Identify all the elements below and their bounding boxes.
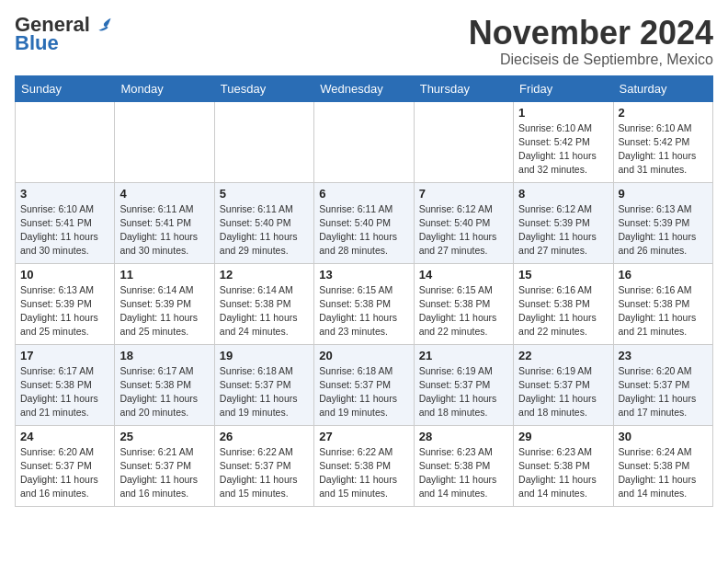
day-info: Sunrise: 6:18 AM Sunset: 5:37 PM Dayligh…	[319, 364, 408, 420]
day-of-week-header: Friday	[514, 75, 613, 101]
logo-bird-icon	[92, 15, 112, 35]
day-info: Sunrise: 6:12 AM Sunset: 5:40 PM Dayligh…	[419, 202, 508, 259]
day-info: Sunrise: 6:24 AM Sunset: 5:38 PM Dayligh…	[619, 445, 708, 501]
day-info: Sunrise: 6:22 AM Sunset: 5:37 PM Dayligh…	[220, 445, 309, 501]
calendar-day-cell: 1Sunrise: 6:10 AM Sunset: 5:42 PM Daylig…	[514, 101, 613, 182]
calendar-header-row: SundayMondayTuesdayWednesdayThursdayFrid…	[16, 75, 713, 101]
day-info: Sunrise: 6:14 AM Sunset: 5:39 PM Dayligh…	[119, 283, 209, 339]
day-number: 4	[119, 187, 209, 201]
calendar-day-cell: 13Sunrise: 6:15 AM Sunset: 5:38 PM Dayli…	[314, 263, 414, 344]
day-number: 11	[119, 268, 209, 282]
day-number: 21	[419, 349, 508, 362]
calendar-day-cell: 26Sunrise: 6:22 AM Sunset: 5:37 PM Dayli…	[214, 425, 313, 506]
day-number: 9	[619, 187, 708, 201]
day-number: 20	[319, 349, 408, 362]
day-info: Sunrise: 6:18 AM Sunset: 5:37 PM Dayligh…	[220, 364, 309, 420]
day-number: 26	[220, 430, 309, 443]
day-number: 19	[220, 349, 309, 362]
day-info: Sunrise: 6:14 AM Sunset: 5:38 PM Dayligh…	[220, 283, 309, 339]
day-number: 29	[518, 430, 608, 443]
calendar-day-cell	[414, 101, 513, 182]
calendar-day-cell: 20Sunrise: 6:18 AM Sunset: 5:37 PM Dayli…	[314, 344, 414, 425]
day-number: 3	[20, 187, 109, 201]
day-info: Sunrise: 6:12 AM Sunset: 5:39 PM Dayligh…	[518, 202, 608, 259]
calendar-week-row: 3Sunrise: 6:10 AM Sunset: 5:41 PM Daylig…	[16, 182, 713, 263]
calendar-week-row: 10Sunrise: 6:13 AM Sunset: 5:39 PM Dayli…	[16, 263, 713, 344]
day-number: 25	[119, 430, 209, 443]
calendar-day-cell: 29Sunrise: 6:23 AM Sunset: 5:38 PM Dayli…	[514, 425, 613, 506]
day-info: Sunrise: 6:16 AM Sunset: 5:38 PM Dayligh…	[619, 283, 708, 339]
calendar-day-cell: 23Sunrise: 6:20 AM Sunset: 5:37 PM Dayli…	[613, 344, 712, 425]
calendar-day-cell: 11Sunrise: 6:14 AM Sunset: 5:39 PM Dayli…	[115, 263, 214, 344]
day-info: Sunrise: 6:23 AM Sunset: 5:38 PM Dayligh…	[419, 445, 508, 501]
calendar-day-cell	[115, 101, 214, 182]
day-info: Sunrise: 6:17 AM Sunset: 5:38 PM Dayligh…	[119, 364, 209, 420]
calendar-day-cell: 9Sunrise: 6:13 AM Sunset: 5:39 PM Daylig…	[613, 182, 712, 263]
day-number: 14	[419, 268, 508, 282]
day-number: 23	[619, 349, 708, 362]
calendar-day-cell: 12Sunrise: 6:14 AM Sunset: 5:38 PM Dayli…	[214, 263, 313, 344]
calendar-day-cell: 19Sunrise: 6:18 AM Sunset: 5:37 PM Dayli…	[214, 344, 313, 425]
day-info: Sunrise: 6:11 AM Sunset: 5:41 PM Dayligh…	[119, 202, 209, 259]
day-info: Sunrise: 6:22 AM Sunset: 5:38 PM Dayligh…	[319, 445, 408, 501]
day-info: Sunrise: 6:11 AM Sunset: 5:40 PM Dayligh…	[220, 202, 309, 259]
calendar-day-cell	[16, 101, 115, 182]
day-number: 6	[319, 187, 408, 201]
day-info: Sunrise: 6:20 AM Sunset: 5:37 PM Dayligh…	[20, 445, 109, 501]
day-of-week-header: Sunday	[16, 75, 115, 101]
day-number: 5	[220, 187, 309, 201]
calendar-day-cell: 17Sunrise: 6:17 AM Sunset: 5:38 PM Dayli…	[16, 344, 115, 425]
day-info: Sunrise: 6:11 AM Sunset: 5:40 PM Dayligh…	[319, 202, 408, 259]
day-number: 16	[619, 268, 708, 282]
logo-blue-text: Blue	[15, 31, 59, 55]
month-title: November 2024	[469, 15, 713, 52]
calendar-week-row: 17Sunrise: 6:17 AM Sunset: 5:38 PM Dayli…	[16, 344, 713, 425]
day-of-week-header: Monday	[115, 75, 214, 101]
calendar-day-cell: 4Sunrise: 6:11 AM Sunset: 5:41 PM Daylig…	[115, 182, 214, 263]
logo: General Blue	[15, 15, 112, 55]
calendar-day-cell: 3Sunrise: 6:10 AM Sunset: 5:41 PM Daylig…	[16, 182, 115, 263]
calendar-day-cell: 8Sunrise: 6:12 AM Sunset: 5:39 PM Daylig…	[514, 182, 613, 263]
day-info: Sunrise: 6:10 AM Sunset: 5:42 PM Dayligh…	[619, 121, 708, 178]
calendar-day-cell: 15Sunrise: 6:16 AM Sunset: 5:38 PM Dayli…	[514, 263, 613, 344]
day-info: Sunrise: 6:15 AM Sunset: 5:38 PM Dayligh…	[419, 283, 508, 339]
calendar-day-cell: 2Sunrise: 6:10 AM Sunset: 5:42 PM Daylig…	[613, 101, 712, 182]
calendar-day-cell: 25Sunrise: 6:21 AM Sunset: 5:37 PM Dayli…	[115, 425, 214, 506]
day-info: Sunrise: 6:10 AM Sunset: 5:41 PM Dayligh…	[20, 202, 109, 259]
day-number: 8	[518, 187, 608, 201]
title-block: November 2024 Dieciseis de Septiembre, M…	[469, 15, 713, 68]
day-number: 1	[518, 106, 608, 120]
calendar-day-cell: 6Sunrise: 6:11 AM Sunset: 5:40 PM Daylig…	[314, 182, 414, 263]
calendar-day-cell	[314, 101, 414, 182]
day-info: Sunrise: 6:19 AM Sunset: 5:37 PM Dayligh…	[419, 364, 508, 420]
day-info: Sunrise: 6:13 AM Sunset: 5:39 PM Dayligh…	[619, 202, 708, 259]
day-number: 17	[20, 349, 109, 362]
day-number: 12	[220, 268, 309, 282]
day-info: Sunrise: 6:17 AM Sunset: 5:38 PM Dayligh…	[20, 364, 109, 420]
day-number: 7	[419, 187, 508, 201]
calendar-day-cell: 7Sunrise: 6:12 AM Sunset: 5:40 PM Daylig…	[414, 182, 513, 263]
day-info: Sunrise: 6:13 AM Sunset: 5:39 PM Dayligh…	[20, 283, 109, 339]
location-subtitle: Dieciseis de Septiembre, Mexico	[469, 52, 713, 68]
day-number: 2	[619, 106, 708, 120]
day-info: Sunrise: 6:16 AM Sunset: 5:38 PM Dayligh…	[518, 283, 608, 339]
day-number: 30	[619, 430, 708, 443]
day-info: Sunrise: 6:23 AM Sunset: 5:38 PM Dayligh…	[518, 445, 608, 501]
day-of-week-header: Wednesday	[314, 75, 414, 101]
calendar-day-cell: 27Sunrise: 6:22 AM Sunset: 5:38 PM Dayli…	[314, 425, 414, 506]
day-of-week-header: Saturday	[613, 75, 712, 101]
calendar-day-cell: 28Sunrise: 6:23 AM Sunset: 5:38 PM Dayli…	[414, 425, 513, 506]
calendar-day-cell: 22Sunrise: 6:19 AM Sunset: 5:37 PM Dayli…	[514, 344, 613, 425]
day-number: 15	[518, 268, 608, 282]
day-number: 13	[319, 268, 408, 282]
day-number: 18	[119, 349, 209, 362]
day-number: 27	[319, 430, 408, 443]
calendar-day-cell: 24Sunrise: 6:20 AM Sunset: 5:37 PM Dayli…	[16, 425, 115, 506]
day-info: Sunrise: 6:10 AM Sunset: 5:42 PM Dayligh…	[518, 121, 608, 178]
page-header: General Blue November 2024 Dieciseis de …	[15, 15, 713, 68]
calendar-table: SundayMondayTuesdayWednesdayThursdayFrid…	[15, 75, 713, 507]
day-number: 28	[419, 430, 508, 443]
calendar-day-cell: 16Sunrise: 6:16 AM Sunset: 5:38 PM Dayli…	[613, 263, 712, 344]
day-of-week-header: Tuesday	[214, 75, 313, 101]
day-info: Sunrise: 6:21 AM Sunset: 5:37 PM Dayligh…	[119, 445, 209, 501]
